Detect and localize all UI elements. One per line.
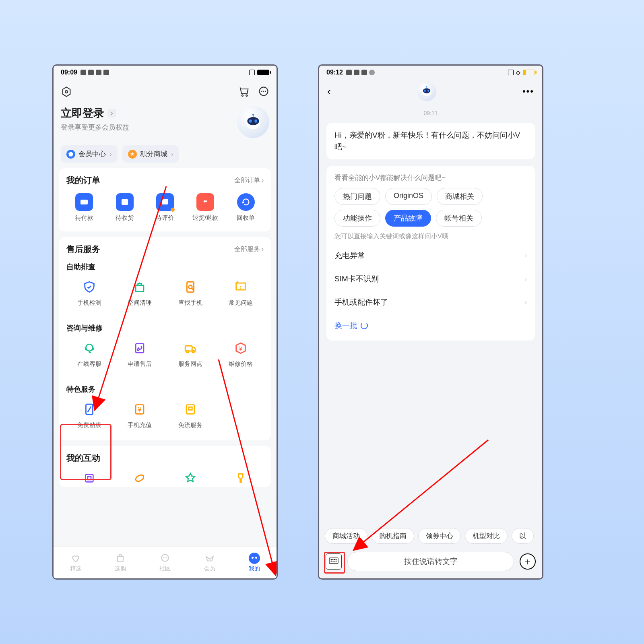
online-service[interactable]: 在线客服 (64, 337, 115, 370)
message-icon[interactable] (258, 86, 269, 99)
svg-point-2 (246, 95, 248, 97)
svg-point-6 (249, 120, 252, 123)
clock: 09:12 (326, 69, 343, 76)
topic-chip[interactable]: 商城相关 (437, 188, 483, 205)
panel-title: 看看全能的小V都能解决什么问题吧~ (334, 173, 527, 182)
order-pending-payment[interactable]: 待付款 (64, 191, 104, 224)
svg-rect-18 (185, 346, 192, 351)
issue-item[interactable]: SIM卡不识别› (334, 267, 527, 291)
panel-subtitle: 您可以直接输入关键词或像这样问小V哦 (334, 232, 527, 241)
svg-rect-11 (122, 199, 128, 205)
quick-chip[interactable]: 商城活动 (325, 528, 367, 544)
points-mall-button[interactable]: 积分商城› (122, 145, 179, 163)
svg-point-29 (135, 474, 145, 483)
wifi-icon: ◇ (516, 69, 520, 76)
svg-point-1 (242, 95, 244, 97)
phone-check[interactable]: 手机检测 (64, 276, 115, 309)
interact-3[interactable] (165, 467, 216, 487)
free-film[interactable]: 免费贴膜 (64, 398, 115, 431)
repair-price[interactable]: ¥维修价格 (216, 337, 266, 370)
interact-card: 我的互动 (59, 446, 271, 487)
topic-chip[interactable]: 帐号相关 (436, 210, 482, 227)
chevron-right-icon: › (107, 109, 116, 118)
diamond-icon (66, 150, 75, 159)
member-center-button[interactable]: 会员中心› (61, 145, 118, 163)
svg-point-0 (65, 91, 68, 93)
self-diag-head: 自助排查 (64, 260, 266, 276)
tab-featured[interactable]: 精选 (54, 547, 98, 578)
space-clean[interactable]: 空间清理 (115, 276, 165, 309)
order-refund[interactable]: 退货/退款 (185, 191, 225, 224)
voice-input[interactable]: 按住说话转文字 (347, 552, 514, 571)
phone-recharge[interactable]: ¥手机充值 (115, 398, 165, 431)
tab-shop[interactable]: 选购 (98, 547, 143, 578)
topic-chip[interactable]: OriginOS (385, 188, 432, 205)
svg-text:¥: ¥ (239, 345, 242, 352)
order-recycle[interactable]: 回收单 (226, 191, 266, 224)
quick-chip[interactable]: 以 (512, 528, 534, 544)
input-bar: 按住说话转文字 ＋ (319, 548, 542, 578)
svg-rect-28 (88, 477, 91, 480)
find-phone[interactable]: 查找手机 (165, 276, 216, 309)
svg-rect-39 (329, 558, 338, 564)
apply-aftersale[interactable]: 申请售后 (115, 337, 165, 370)
free-data[interactable]: 免流服务 (165, 398, 216, 431)
cart-icon[interactable] (239, 86, 250, 99)
svg-point-8 (252, 114, 254, 116)
battery-low-icon (523, 70, 535, 75)
battery-icon (257, 70, 269, 75)
status-icons (346, 70, 375, 75)
bot-avatar[interactable] (237, 106, 269, 138)
svg-rect-17 (136, 344, 144, 353)
quick-chip[interactable]: 领券中心 (418, 528, 461, 544)
keyboard-toggle-button[interactable] (326, 553, 342, 570)
quick-chip[interactable]: 机型对比 (465, 528, 508, 544)
phone-right: 09:12 ◇ ‹ ••• 09:11 Hi，亲爱的V粉，新年快乐！有什么问题，… (318, 64, 543, 580)
svg-rect-12 (162, 199, 168, 204)
tab-member[interactable]: 会员 (187, 547, 232, 578)
faq[interactable]: 常见问题 (216, 276, 266, 309)
svg-point-40 (331, 559, 332, 560)
service-point[interactable]: 服务网点 (165, 337, 216, 370)
svg-text:¥: ¥ (138, 406, 142, 413)
issue-item[interactable]: 手机或配件坏了› (334, 291, 527, 314)
aftersales-title: 售后服务 (66, 244, 100, 255)
svg-point-41 (332, 559, 333, 560)
interact-2[interactable] (115, 467, 165, 487)
settings-hex-icon[interactable] (61, 86, 72, 99)
back-button[interactable]: ‹ (327, 85, 331, 98)
svg-rect-27 (85, 475, 93, 482)
tab-mine[interactable]: 我的 (232, 547, 277, 578)
issue-item[interactable]: 充电异常› (334, 244, 527, 267)
status-icons (80, 70, 109, 75)
svg-point-7 (254, 120, 257, 123)
plus-button[interactable]: ＋ (520, 553, 536, 570)
svg-point-35 (424, 90, 425, 92)
login-button[interactable]: 立即登录 › (61, 106, 237, 120)
refresh-icon (361, 322, 368, 329)
interact-4[interactable] (216, 467, 266, 487)
svg-point-45 (336, 561, 336, 561)
order-pending-review[interactable]: 待评价 (145, 191, 185, 224)
interact-title: 我的互动 (66, 452, 100, 464)
phone-left: 09:09 立即登录 › (52, 64, 278, 580)
chat-timestamp: 09:11 (326, 103, 535, 123)
sim-icon (508, 70, 514, 75)
more-button[interactable]: ••• (522, 86, 534, 97)
svg-point-42 (334, 559, 335, 560)
quick-chip[interactable]: 购机指南 (372, 528, 414, 544)
aftersales-more-button[interactable]: 全部服务› (234, 245, 264, 254)
orders-more-button[interactable]: 全部订单› (234, 176, 264, 185)
status-bar: 09:12 ◇ (319, 66, 542, 79)
svg-rect-14 (187, 282, 194, 292)
status-bar: 09:09 (54, 66, 277, 79)
order-pending-receive[interactable]: 待收货 (104, 191, 144, 224)
interact-1[interactable] (64, 467, 115, 487)
tab-community[interactable]: 社区 (143, 547, 188, 578)
topic-chip[interactable]: 功能操作 (334, 210, 380, 227)
chat-greeting-bubble: Hi，亲爱的V粉，新年快乐！有什么问题，不妨问问小V吧~ (326, 123, 535, 159)
bot-avatar[interactable] (417, 82, 436, 101)
refresh-button[interactable]: 换一批 (334, 314, 527, 332)
topic-chip[interactable]: 产品故障 (385, 210, 431, 227)
topic-chip[interactable]: 热门问题 (334, 188, 380, 205)
